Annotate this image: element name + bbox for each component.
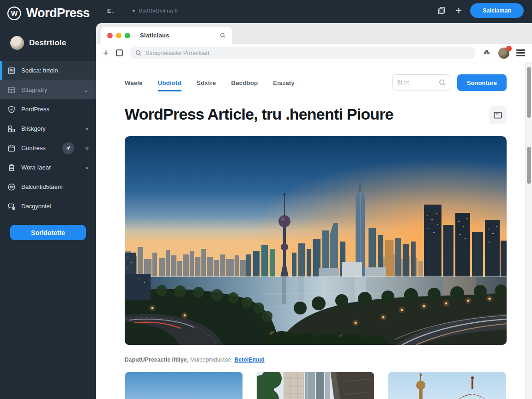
submenu-arrow-icon: »: [85, 164, 89, 171]
wordpress-logo[interactable]: W WordPress: [0, 0, 96, 23]
browser-tab-strip: Slaticlaus: [96, 23, 532, 44]
content-search[interactable]: [392, 74, 451, 91]
posts-icon: [7, 66, 16, 75]
address-bar[interactable]: [130, 47, 476, 59]
window-icon: [494, 112, 502, 119]
submenu-arrow-icon: »: [85, 145, 89, 151]
topbar: E. ♥ Du0OvGml ria 0 + Salclaman: [96, 0, 532, 23]
nav-label: Sttagratry: [21, 86, 47, 93]
chevron-down-icon: ⌄: [84, 86, 89, 93]
caption-text-secondary: Muleeproduktoe: [188, 357, 231, 363]
tab-search-icon: [220, 32, 226, 38]
sidebar-nav: Sodica: hrtoin Sttagratry ⌄ PordPress B: [0, 61, 96, 216]
sidebar-item-messages[interactable]: Dacgyoniel: [0, 197, 96, 216]
copy-page-icon[interactable]: [437, 6, 446, 15]
pagoda-illustration: [388, 372, 506, 399]
scrollbar[interactable]: [525, 62, 532, 399]
add-new-icon[interactable]: +: [455, 5, 462, 16]
heading-row: WordPress Article, tru .henenti Pioure: [125, 105, 507, 124]
browser-toolbar: +: [96, 44, 532, 62]
extension-icon[interactable]: [483, 48, 491, 57]
page-content: Waele Ubdiotd Sdxtre Bacdbop Eiszaty Son…: [96, 62, 532, 399]
nav-label: Balcontid5taem: [21, 183, 63, 190]
thumbnail-tower-pagoda[interactable]: [388, 372, 506, 399]
profile-avatar[interactable]: [498, 48, 509, 59]
tab-switcher-icon[interactable]: [116, 49, 123, 56]
content-primary-button[interactable]: Sononture: [457, 74, 507, 91]
sidebar-item-wordpress[interactable]: PordPress: [0, 100, 96, 119]
thumbnail-street[interactable]: [256, 372, 375, 399]
sidebar-cta-button[interactable]: Sorldotette: [10, 225, 86, 240]
wordpress-logo-icon: W: [6, 5, 22, 22]
browser-tab[interactable]: Slaticlaus: [101, 27, 232, 44]
topbar-status: ♥ Du0OvGml ria 0: [132, 8, 177, 13]
caption-link[interactable]: BetolEmud: [235, 357, 265, 363]
tab-1-active[interactable]: Ubdiotd: [158, 79, 181, 91]
street-illustration: [257, 372, 375, 399]
minimize-window-icon[interactable]: [116, 33, 121, 38]
tab-2[interactable]: Sdxtre: [197, 79, 216, 86]
sidebar-user[interactable]: Destrtiole: [0, 35, 96, 51]
comment-icon: [7, 183, 16, 191]
browser-window: Slaticlaus +: [96, 23, 532, 399]
thumbnail-sky[interactable]: [125, 372, 243, 399]
svg-text:W: W: [11, 9, 18, 17]
search-icon: [135, 50, 142, 56]
sky-illustration: [125, 372, 243, 399]
logo-text: WordPress: [26, 6, 90, 20]
shield-icon: [7, 105, 16, 114]
tab-3[interactable]: Bacdbop: [231, 79, 258, 86]
window-frame-button[interactable]: [489, 106, 507, 124]
sidebar-item-calendar[interactable]: Gontress »: [0, 139, 96, 157]
calendar-icon: [7, 144, 16, 152]
page-title: WordPress Article, tru .henenti Pioure: [125, 105, 489, 123]
archive-icon: [7, 163, 16, 172]
sidebar-item-archive[interactable]: Wora Iaear »: [0, 158, 96, 177]
submenu-arrow-icon: »: [85, 125, 89, 132]
new-tab-icon[interactable]: +: [103, 48, 109, 58]
menu-icon[interactable]: [516, 49, 525, 56]
tab-title: Slaticlaus: [140, 32, 169, 39]
sidebar-item-blocks[interactable]: Bliskgory »: [0, 119, 96, 138]
send-badge[interactable]: [62, 142, 74, 154]
scrollbar-thumb[interactable]: [527, 67, 531, 118]
heart-icon: ♥: [132, 8, 135, 13]
content-column: Waele Ubdiotd Sdxtre Bacdbop Eiszaty Son…: [96, 74, 532, 399]
hero-image: [125, 136, 507, 345]
tab-4[interactable]: Eiszaty: [273, 79, 295, 86]
address-input[interactable]: [145, 50, 470, 56]
sidebar: W WordPress Destrtiole Sodica: hrtoin St…: [0, 0, 96, 399]
paper-plane-icon: [66, 145, 71, 151]
nav-label: Dacgyoniel: [21, 203, 51, 210]
tab-0[interactable]: Waele: [125, 79, 143, 86]
chat-gear-icon: [7, 202, 16, 211]
search-icon: [439, 79, 446, 86]
user-avatar: [10, 36, 24, 50]
content-tabs: Waele Ubdiotd Sdxtre Bacdbop Eiszaty: [125, 79, 295, 86]
user-name: Destrtiole: [29, 38, 66, 48]
nav-label: PordPress: [21, 106, 49, 113]
content-header-row: Waele Ubdiotd Sdxtre Bacdbop Eiszaty Son…: [125, 74, 507, 91]
zoom-window-icon[interactable]: [125, 33, 130, 38]
scrollbar-thumb[interactable]: [527, 147, 531, 184]
nav-label: Gontress: [21, 145, 46, 151]
image-caption: DaputUPreeactie litliye, MuleeproduktoeB…: [125, 357, 507, 363]
nav-label: Sodica: hrtoin: [21, 67, 58, 74]
nav-label: Wora Iaear: [21, 164, 51, 171]
nav-label: Bliskgory: [21, 125, 46, 132]
topbar-brand-glyph[interactable]: E.: [107, 7, 115, 14]
content-search-input[interactable]: [397, 79, 429, 86]
topbar-cta-button[interactable]: Salclaman: [470, 3, 524, 18]
close-window-icon[interactable]: [107, 33, 113, 38]
caption-text-primary: DaputUPreeactie litliye,: [125, 357, 188, 363]
notification-badge: [506, 46, 512, 51]
layout-icon: [7, 86, 16, 94]
sidebar-item-layout[interactable]: Sttagratry ⌄: [0, 80, 96, 99]
blocks-icon: [7, 125, 16, 133]
sidebar-item-comments[interactable]: Balcontid5taem: [0, 177, 96, 196]
topbar-status-text: Du0OvGml ria 0: [139, 8, 177, 13]
shanghai-skyline-illustration: [125, 136, 507, 345]
thumbnail-row: [125, 372, 507, 399]
sidebar-item-posts[interactable]: Sodica: hrtoin: [0, 61, 96, 80]
